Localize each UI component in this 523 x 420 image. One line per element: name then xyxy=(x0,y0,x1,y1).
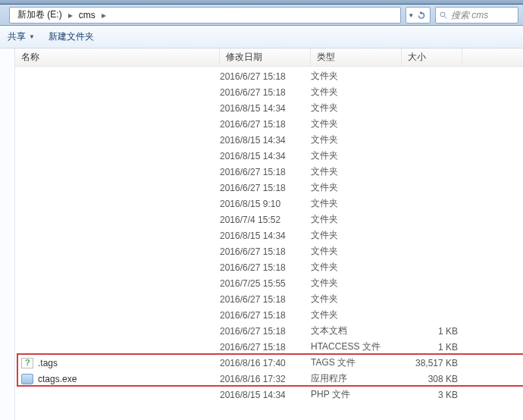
table-row[interactable]: 2016/6/27 15:18文件夹 xyxy=(15,291,523,307)
new-folder-button[interactable]: 新建文件夹 xyxy=(49,30,94,43)
cell-type: 文件夹 xyxy=(311,197,402,210)
cell-type: 文件夹 xyxy=(311,165,402,178)
table-row[interactable]: 2016/6/27 15:18文件夹 xyxy=(15,68,523,84)
table-row[interactable]: .tags2016/8/16 17:40TAGS 文件38,517 KB xyxy=(15,355,523,371)
file-name-label: .tags xyxy=(38,358,58,368)
search-box[interactable] xyxy=(435,7,518,24)
column-headers: 名称 修改日期 类型 大小 xyxy=(15,49,523,67)
cell-type: HTACCESS 文件 xyxy=(311,340,402,353)
navigation-pane[interactable] xyxy=(0,49,15,420)
refresh-icon[interactable] xyxy=(416,10,427,20)
column-name[interactable]: 名称 xyxy=(15,49,220,66)
table-row[interactable]: 2016/6/27 15:18文件夹 xyxy=(15,164,523,180)
app-icon xyxy=(21,374,33,384)
table-row[interactable]: 2016/8/15 14:34文件夹 xyxy=(15,132,523,148)
cell-date: 2016/8/15 14:34 xyxy=(220,230,311,241)
share-label: 共享 xyxy=(8,30,26,43)
unknown-icon xyxy=(21,358,33,368)
table-row[interactable]: 2016/6/27 15:18HTACCESS 文件1 KB xyxy=(15,339,523,355)
cell-name xyxy=(15,278,220,289)
table-row[interactable]: 2016/8/15 9:10文件夹 xyxy=(15,196,523,212)
table-row[interactable]: 2016/6/27 15:18文件夹 xyxy=(15,180,523,196)
cell-name xyxy=(15,230,220,241)
cell-type: 文件夹 xyxy=(311,245,402,258)
cell-date: 2016/8/16 17:32 xyxy=(220,374,311,384)
cell-size: 38,517 KB xyxy=(402,358,462,368)
column-type-label: 类型 xyxy=(317,51,335,64)
cell-name xyxy=(15,342,220,353)
table-row[interactable]: 2016/6/27 15:18文件夹 xyxy=(15,116,523,132)
breadcrumb-folder-label: cms xyxy=(79,10,96,20)
new-folder-label: 新建文件夹 xyxy=(49,30,94,43)
cell-date: 2016/6/27 15:18 xyxy=(220,183,311,193)
cell-type: 文件夹 xyxy=(311,181,402,194)
cell-size: 308 KB xyxy=(402,374,462,384)
cell-name xyxy=(15,71,220,82)
table-row[interactable]: 2016/7/4 15:52文件夹 xyxy=(15,212,523,227)
cell-name xyxy=(15,310,220,321)
table-row[interactable]: 2016/6/27 15:18文件夹 xyxy=(15,243,523,259)
cell-date: 2016/8/15 14:34 xyxy=(220,390,311,400)
cell-date: 2016/6/27 15:18 xyxy=(220,342,311,353)
breadcrumb[interactable]: 新加卷 (E:) ▸ cms ▸ xyxy=(9,7,401,24)
cell-type: 文件夹 xyxy=(311,293,402,306)
breadcrumb-drive[interactable]: 新加卷 (E:) xyxy=(13,8,67,23)
breadcrumb-drive-label: 新加卷 (E:) xyxy=(17,8,62,21)
refresh-group: ▾ xyxy=(406,7,431,24)
column-type[interactable]: 类型 xyxy=(311,49,402,66)
history-dropdown-icon[interactable]: ▾ xyxy=(409,11,413,19)
cell-type: TAGS 文件 xyxy=(311,356,402,369)
chevron-down-icon: ▼ xyxy=(29,33,35,40)
cell-name xyxy=(15,103,220,114)
table-row[interactable]: 2016/6/27 15:18文件夹 xyxy=(15,259,523,275)
share-button[interactable]: 共享 ▼ xyxy=(8,30,35,43)
cell-date: 2016/7/4 15:52 xyxy=(220,215,311,225)
cell-name xyxy=(15,199,220,209)
cell-type: 文件夹 xyxy=(311,70,402,83)
cell-type: 文件夹 xyxy=(311,102,402,114)
column-date[interactable]: 修改日期 xyxy=(220,49,311,66)
table-row[interactable]: 2016/6/27 15:18文件夹 xyxy=(15,84,523,100)
cell-type: 文件夹 xyxy=(311,149,402,162)
cell-size: 1 KB xyxy=(402,326,462,337)
table-row[interactable]: 2016/8/15 14:34PHP 文件3 KB xyxy=(15,387,523,403)
cell-type: 文件夹 xyxy=(311,261,402,274)
cell-date: 2016/6/27 15:18 xyxy=(220,246,311,257)
cell-name xyxy=(15,326,220,337)
cell-type: 文件夹 xyxy=(311,229,402,242)
svg-line-1 xyxy=(445,16,447,18)
table-row[interactable]: 2016/8/15 14:34文件夹 xyxy=(15,227,523,243)
table-row[interactable]: 2016/7/25 15:55文件夹 xyxy=(15,275,523,291)
breadcrumb-folder[interactable]: cms xyxy=(74,8,100,23)
cell-type: 文件夹 xyxy=(311,133,402,146)
chevron-right-icon[interactable]: ▸ xyxy=(100,10,108,20)
cell-name xyxy=(15,135,220,146)
table-row[interactable]: 2016/6/27 15:18文件夹 xyxy=(15,307,523,323)
cell-date: 2016/6/27 15:18 xyxy=(220,119,311,130)
cell-date: 2016/8/15 9:10 xyxy=(220,199,311,209)
cell-date: 2016/6/27 15:18 xyxy=(220,262,311,273)
column-name-label: 名称 xyxy=(21,51,39,64)
cell-type: 文本文档 xyxy=(311,324,402,337)
column-size[interactable]: 大小 xyxy=(402,49,462,66)
cell-type: 文件夹 xyxy=(311,277,402,290)
cell-date: 2016/6/27 15:18 xyxy=(220,326,311,337)
search-icon xyxy=(439,11,448,20)
cell-size: 3 KB xyxy=(402,390,462,400)
address-bar: 新加卷 (E:) ▸ cms ▸ ▾ xyxy=(0,5,523,26)
cell-name: ctags.exe xyxy=(15,374,220,384)
cell-name xyxy=(15,87,220,98)
cell-name xyxy=(15,215,220,225)
chevron-right-icon[interactable]: ▸ xyxy=(67,10,74,20)
content-area: 名称 修改日期 类型 大小 2016/6/27 15:18文件夹2016/6/2… xyxy=(0,49,523,420)
cell-name xyxy=(15,262,220,273)
table-row[interactable]: 2016/6/27 15:18文本文档1 KB xyxy=(15,323,523,339)
column-date-label: 修改日期 xyxy=(226,51,262,64)
cell-date: 2016/6/27 15:18 xyxy=(220,167,311,177)
table-row[interactable]: 2016/8/15 14:34文件夹 xyxy=(15,100,523,116)
column-size-label: 大小 xyxy=(408,51,426,64)
table-row[interactable]: 2016/8/15 14:34文件夹 xyxy=(15,148,523,164)
cell-name xyxy=(15,246,220,257)
search-input[interactable] xyxy=(451,10,515,20)
table-row[interactable]: ctags.exe2016/8/16 17:32应用程序308 KB xyxy=(15,371,523,387)
